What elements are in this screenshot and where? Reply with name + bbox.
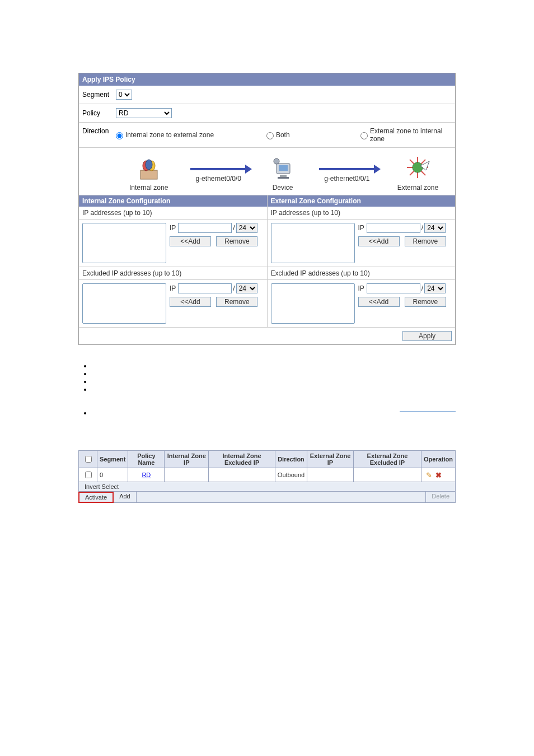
col-ez-ip: External Zone IP: [307, 451, 354, 468]
if-left-label: g-ethernet0/0/0: [190, 175, 246, 183]
segment-select[interactable]: 0: [116, 90, 132, 100]
device-icon: Device: [269, 153, 297, 192]
cell-ez-ip: [307, 468, 354, 482]
external-zone-icon: External zone: [397, 153, 438, 192]
col-segment: Segment: [97, 451, 128, 468]
internal-zone-col: Internal Zone Configuration IP addresses…: [79, 195, 268, 328]
external-ip-list[interactable]: [271, 223, 355, 263]
radio-both-input[interactable]: [266, 132, 274, 139]
policy-link[interactable]: RD: [142, 472, 151, 478]
radio-i2e-label: Internal zone to external zone: [125, 131, 214, 139]
internal-zone-label: Internal zone: [129, 184, 168, 192]
internal-excl-ip-label: IP: [170, 284, 176, 292]
edit-icon[interactable]: ✎: [426, 471, 432, 479]
select-all-checkbox[interactable]: [85, 456, 92, 463]
underline-decor: [400, 411, 456, 412]
internal-ip-label: IP: [170, 224, 176, 232]
radio-i2e-input[interactable]: [116, 132, 123, 139]
col-direction: Direction: [275, 451, 307, 468]
external-excl-list[interactable]: [271, 283, 355, 324]
external-excl-remove-button[interactable]: Remove: [405, 297, 446, 307]
external-ip-mask[interactable]: 24: [424, 223, 446, 233]
internal-ip-list[interactable]: [82, 223, 166, 263]
table-row: 0 RD Outbound ✎ ✖: [79, 468, 456, 482]
internal-ip-input[interactable]: [178, 223, 232, 233]
segment-label: Segment: [82, 91, 116, 99]
slash-icon: /: [421, 224, 423, 232]
external-ip-heading: IP addresses (up to 10): [268, 207, 456, 220]
internal-excl-add-button[interactable]: <<Add: [170, 297, 211, 307]
policy-grid: Segment Policy Name Internal Zone IP Int…: [78, 450, 456, 503]
if-right-label: g-ethernet0/0/1: [319, 175, 375, 183]
external-excl-ip-input[interactable]: [367, 283, 420, 293]
direction-radio-e2i[interactable]: External zone to internal zone: [358, 127, 452, 143]
bullet-list: [82, 362, 456, 411]
slash-icon: /: [233, 224, 235, 232]
svg-line-14: [421, 171, 425, 175]
svg-rect-5: [279, 165, 288, 171]
internal-ip-heading: IP addresses (up to 10): [79, 207, 267, 220]
invert-select-button[interactable]: Invert Select: [78, 482, 124, 492]
internal-excl-mask[interactable]: 24: [236, 283, 257, 293]
direction-radio-both[interactable]: Both: [264, 130, 290, 139]
cell-iz-ex: [209, 468, 275, 482]
direction-radio-i2e[interactable]: Internal zone to external zone: [113, 130, 214, 139]
cell-iz-ip: [165, 468, 209, 482]
internal-excl-ip-input[interactable]: [178, 283, 232, 293]
activate-button[interactable]: Activate: [78, 492, 114, 503]
delete-icon[interactable]: ✖: [435, 471, 442, 479]
policy-row: Policy RD: [79, 104, 455, 123]
internal-excl-heading: Excluded IP addresses (up to 10): [79, 267, 267, 280]
delete-button[interactable]: Delete: [426, 492, 456, 503]
policy-select[interactable]: RD: [116, 108, 172, 118]
internal-zone-title: Internal Zone Configuration: [79, 195, 267, 207]
slash-icon: /: [233, 284, 235, 292]
bullet-item: [92, 377, 456, 380]
apply-ips-policy-panel: Apply IPS Policy Segment 0 Policy RD Dir…: [78, 73, 456, 345]
add-button[interactable]: Add: [114, 492, 137, 503]
external-ip-remove-button[interactable]: Remove: [405, 236, 446, 246]
external-excl-heading: Excluded IP addresses (up to 10): [268, 267, 456, 280]
direction-row: Direction Internal zone to external zone…: [79, 123, 455, 148]
external-zone-label: External zone: [397, 184, 438, 192]
zone-config-row: Internal Zone Configuration IP addresses…: [79, 195, 455, 328]
arrow-right: g-ethernet0/0/1: [319, 162, 375, 183]
internal-zone-icon: Internal zone: [129, 153, 168, 192]
internal-excl-remove-button[interactable]: Remove: [216, 297, 257, 307]
svg-line-13: [410, 160, 414, 164]
segment-row: Segment 0: [79, 86, 455, 104]
external-ip-label: IP: [358, 224, 364, 232]
svg-point-8: [274, 158, 279, 164]
external-excl-mask[interactable]: 24: [424, 283, 446, 293]
col-iz-ex: Internal Zone Excluded IP: [209, 451, 275, 468]
external-ip-add-button[interactable]: <<Add: [358, 236, 400, 246]
internal-ip-add-button[interactable]: <<Add: [170, 236, 211, 246]
internal-excl-list[interactable]: [82, 283, 166, 324]
svg-point-3: [146, 160, 152, 170]
svg-rect-6: [280, 175, 287, 177]
radio-both-label: Both: [276, 131, 290, 139]
direction-label: Direction: [82, 127, 113, 135]
internal-ip-mask[interactable]: 24: [236, 223, 257, 233]
device-label: Device: [269, 184, 297, 192]
svg-rect-0: [140, 170, 157, 179]
col-ez-ex: External Zone Excluded IP: [353, 451, 421, 468]
internal-ip-remove-button[interactable]: Remove: [216, 236, 257, 246]
cell-direction: Outbound: [275, 468, 307, 482]
col-policy: Policy Name: [128, 451, 165, 468]
bullet-item: [92, 362, 456, 364]
external-excl-add-button[interactable]: <<Add: [358, 297, 400, 307]
svg-rect-7: [278, 177, 289, 179]
apply-button[interactable]: Apply: [402, 331, 452, 341]
svg-point-17: [413, 162, 423, 172]
cell-segment: 0: [97, 468, 128, 482]
row-checkbox[interactable]: [85, 472, 92, 478]
radio-e2i-input[interactable]: [360, 132, 368, 139]
col-iz-ip: Internal Zone IP: [165, 451, 209, 468]
svg-line-16: [410, 171, 414, 175]
policy-label: Policy: [82, 109, 116, 117]
external-ip-input[interactable]: [367, 223, 420, 233]
external-zone-title: External Zone Configuration: [268, 195, 456, 207]
zone-diagram: Internal zone g-ethernet0/0/0 Device g-e…: [79, 148, 455, 195]
bullet-item: [92, 370, 456, 372]
